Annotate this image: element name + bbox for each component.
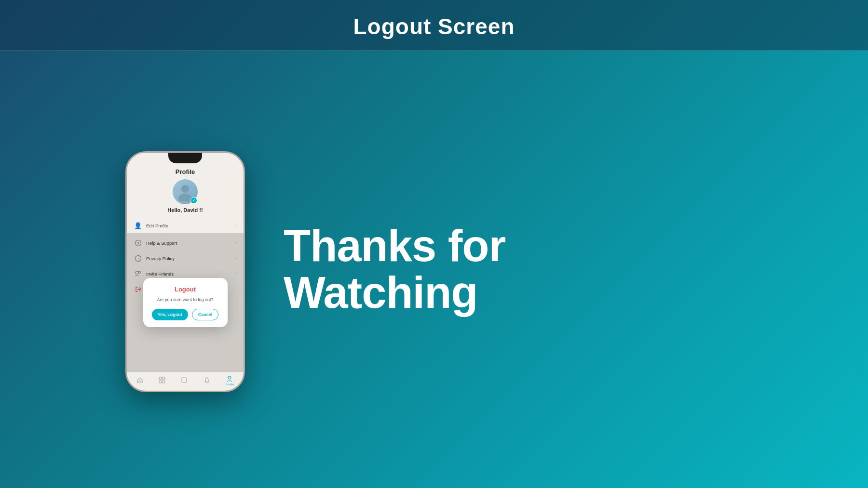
phone-frame: Profile Hello, David !!: [125, 151, 245, 392]
cancel-logout-button[interactable]: Cancel: [192, 309, 219, 320]
nav-home[interactable]: [136, 377, 143, 384]
svg-rect-10: [159, 381, 162, 383]
nav-profile[interactable]: Profile: [226, 375, 234, 386]
svg-rect-8: [159, 377, 162, 380]
page-title: Logout Screen: [0, 13, 868, 40]
edit-profile-icon: 👤: [134, 221, 142, 230]
svg-rect-12: [182, 378, 187, 382]
right-text-block: Thanks for Watching: [284, 223, 505, 316]
menu-list: ? Help & Support › i Privacy Policy ›: [127, 233, 244, 372]
thanks-line1: Thanks for: [284, 223, 505, 269]
bell-icon: [203, 377, 210, 383]
svg-rect-11: [163, 381, 165, 383]
phone-mockup: Profile Hello, David !!: [125, 151, 245, 392]
bottom-nav: Profile: [127, 372, 244, 391]
box-icon: [181, 377, 188, 383]
svg-point-1: [178, 194, 192, 201]
dialog-buttons: Yes, Logout Cancel: [152, 309, 219, 320]
grid-icon: [159, 377, 165, 383]
edit-profile-chevron: ›: [235, 223, 237, 228]
profile-nav-label: Profile: [226, 383, 234, 386]
dialog-overlay: Logout Are you sure want to log out? Yes…: [127, 233, 244, 372]
home-icon: [136, 377, 143, 383]
profile-title: Profile: [176, 168, 195, 175]
dialog-title: Logout: [175, 286, 196, 293]
thanks-line2: Watching: [284, 269, 505, 316]
nav-bell[interactable]: [203, 377, 210, 384]
avatar-verified-badge: [190, 197, 197, 204]
edit-profile-label: Edit Profile: [146, 223, 235, 228]
main-content: Profile Hello, David !!: [0, 51, 868, 488]
confirm-logout-button[interactable]: Yes, Logout: [152, 309, 188, 320]
svg-rect-9: [163, 377, 165, 380]
phone-notch: [168, 153, 202, 163]
edit-profile-row[interactable]: 👤 Edit Profile ›: [127, 218, 244, 233]
header-bar: Logout Screen: [0, 0, 868, 51]
dialog-message: Are you sure want to log out?: [157, 297, 213, 303]
logout-dialog: Logout Are you sure want to log out? Yes…: [143, 278, 228, 327]
profile-nav-icon: [226, 375, 233, 382]
nav-grid[interactable]: [159, 377, 165, 384]
svg-point-0: [181, 185, 189, 193]
svg-point-13: [228, 376, 231, 379]
avatar-container: [173, 179, 198, 204]
nav-box[interactable]: [181, 377, 188, 384]
hello-text: Hello, David !!: [167, 207, 203, 213]
phone-screen: Profile Hello, David !!: [127, 153, 244, 391]
